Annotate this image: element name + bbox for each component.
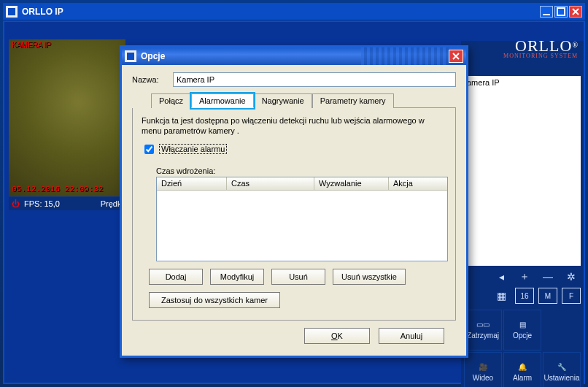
main-titlebar[interactable]: ORLLO IP — [3, 3, 585, 20]
tab-record[interactable]: Nagrywanie — [254, 93, 312, 108]
status-bar: ⏻ FPS: 15,0 Prędkoś — [9, 197, 133, 210]
close-button[interactable] — [569, 6, 582, 18]
brand-logo: ORLLO® MONITORING SYSTEM — [503, 37, 578, 59]
power-icon: ⏻ — [12, 199, 20, 208]
prev-icon[interactable]: ◂ — [492, 269, 511, 285]
options-dialog: Opcje Nazwa: Połącz Alarmowanie Nagrywan… — [120, 45, 468, 358]
video-source-label: KAMERA IP — [12, 41, 51, 49]
maximize-button[interactable] — [554, 6, 568, 18]
schedule-title: Czas wdrożenia: — [156, 166, 446, 175]
delete-button[interactable]: Usuń — [271, 269, 325, 285]
app-icon — [6, 6, 18, 18]
camera-list-card[interactable]: amera IP — [463, 76, 581, 266]
dialog-close-button[interactable] — [449, 50, 463, 63]
col-time[interactable]: Czas — [227, 177, 314, 190]
video-timestamp: 05.12.2016 22:09:32 — [12, 185, 103, 194]
panel-settings-label: Ustawienia — [544, 374, 580, 382]
svg-rect-2 — [557, 8, 565, 15]
listview-header: Dzień Czas Wyzwalanie Akcja — [157, 177, 447, 191]
panel-video-label: Wideo — [473, 374, 493, 382]
bell-icon: 🔔 — [518, 363, 527, 371]
stop-icon: ▭▭ — [476, 321, 490, 329]
panel-options[interactable]: ▤ Opcje — [503, 310, 541, 350]
cancel-button[interactable]: Anuluj — [379, 328, 444, 344]
enable-alarm-checkbox[interactable] — [144, 145, 154, 154]
month-icon[interactable]: M — [538, 288, 557, 304]
col-day[interactable]: Dzień — [157, 177, 227, 190]
schedule-listview[interactable]: Dzień Czas Wyzwalanie Akcja — [156, 177, 448, 261]
wrench-icon: 🔧 — [557, 363, 566, 371]
panel-video[interactable]: 🎥 Wideo — [464, 352, 502, 387]
window-controls — [540, 6, 582, 18]
tab-alarm-content: Funkcja ta jest dostępna po włączeniu de… — [132, 108, 456, 321]
video-panel[interactable]: KAMERA IP 05.12.2016 22:09:32 — [9, 39, 125, 196]
panel-alarm-label: Alarm — [513, 374, 532, 382]
day16-icon[interactable]: 16 — [515, 288, 534, 304]
delete-all-button[interactable]: Usuń wszystkie — [333, 269, 406, 285]
titlebar-pattern — [361, 47, 449, 65]
right-panel: ORLLO® MONITORING SYSTEM amera IP ◂ ＋ — … — [461, 41, 584, 387]
panel-settings[interactable]: 🔧 Ustawienia — [543, 352, 581, 387]
col-trigger[interactable]: Wyzwalanie — [314, 177, 389, 190]
fps-label: FPS: 15,0 — [24, 199, 60, 208]
add-button[interactable]: Dodaj — [149, 269, 203, 285]
enable-alarm-label: Włączanie alarmu — [159, 144, 227, 154]
camera-list-item-label: amera IP — [463, 76, 581, 89]
panel-stop-label: Zatrzymaj — [467, 332, 499, 340]
svg-rect-1 — [543, 14, 550, 15]
main-title: ORLLO IP — [22, 7, 63, 17]
camera-icon: 🎥 — [479, 363, 487, 371]
options-icon: ▤ — [519, 321, 526, 329]
tab-alarm[interactable]: Alarmowanie — [191, 93, 254, 108]
apply-all-button[interactable]: Zastosuj do wszystkich kamer — [149, 292, 280, 308]
tab-params[interactable]: Parametry kamery — [312, 93, 394, 108]
grid-icon[interactable]: ▦ — [492, 288, 511, 304]
panel-stop[interactable]: ▭▭ Zatrzymaj — [464, 310, 502, 350]
alarm-description: Funkcja ta jest dostępna po włączeniu de… — [142, 115, 446, 137]
remove-icon[interactable]: — — [538, 269, 557, 285]
panel-alarm[interactable]: 🔔 Alarm — [503, 352, 541, 387]
dialog-tabs: Połącz Alarmowanie Nagrywanie Parametry … — [151, 93, 456, 108]
dialog-app-icon — [125, 50, 136, 62]
tab-connect[interactable]: Połącz — [151, 93, 191, 108]
name-label: Nazwa: — [132, 75, 167, 84]
modify-button[interactable]: Modyfikuj — [210, 269, 264, 285]
main-window: ORLLO IP KAMERA IP 05.12.2016 22:09:32 ⏻… — [3, 3, 585, 384]
ok-button[interactable]: OK — [304, 328, 370, 344]
dialog-titlebar[interactable]: Opcje — [122, 47, 466, 65]
gear-icon[interactable]: ✲ — [562, 269, 581, 285]
dialog-title: Opcje — [141, 51, 165, 61]
filter-icon[interactable]: F — [562, 288, 581, 304]
control-icons: ◂ ＋ — ✲ ▦ 16 M F ▭▭ Zatrzymaj — [464, 269, 581, 387]
panel-options-label: Opcje — [513, 332, 532, 340]
name-input[interactable] — [173, 72, 456, 87]
add-icon[interactable]: ＋ — [515, 269, 534, 285]
minimize-button[interactable] — [540, 6, 553, 18]
col-action[interactable]: Akcja — [389, 177, 447, 190]
main-body: KAMERA IP 05.12.2016 22:09:32 ⏻ FPS: 15,… — [3, 20, 585, 384]
